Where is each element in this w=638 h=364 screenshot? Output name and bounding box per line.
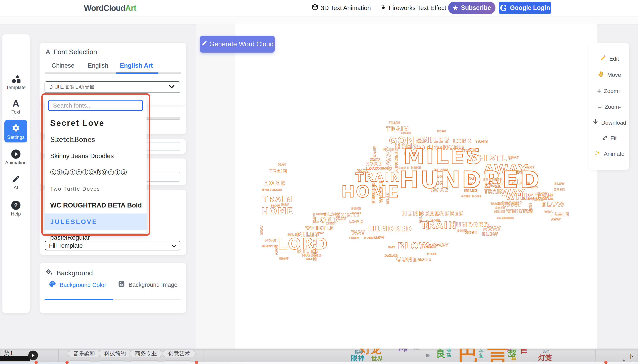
cloud-word: GONE bbox=[461, 195, 470, 198]
cloud-word: AWAY bbox=[508, 156, 519, 159]
style-pill-creative[interactable]: 创意艺术 bbox=[163, 350, 196, 358]
cloud-word: HUNDRED bbox=[371, 182, 375, 204]
shapes-icon bbox=[2, 74, 30, 84]
paint-bucket-icon bbox=[46, 268, 53, 277]
google-login-button[interactable]: G Google Login bbox=[499, 2, 551, 14]
cloud-word: TRAIN bbox=[475, 140, 488, 144]
sidebar-item-settings[interactable]: Settings bbox=[5, 120, 27, 142]
play-icon bbox=[32, 353, 35, 358]
cloud-word: HOME bbox=[265, 239, 277, 242]
nav-fireworks-text-effect[interactable]: Fireworks Text Effect bbox=[380, 0, 446, 16]
cloud-word: HUNDRED bbox=[394, 148, 398, 172]
cloud-word: TRAIN bbox=[312, 213, 315, 224]
cloud-word: HUNDRED bbox=[497, 217, 514, 220]
cloud-word: HUNDRED bbox=[368, 225, 412, 232]
sidebar-label: Settings bbox=[5, 134, 27, 140]
cloud-word: WAY bbox=[279, 257, 289, 260]
font-option-secret-love[interactable]: Secret Love bbox=[45, 115, 147, 131]
cloud-word: HOME bbox=[263, 180, 285, 186]
style-pill-music[interactable]: 音乐柔和 bbox=[68, 350, 101, 358]
cloud-word: TRAIN bbox=[484, 189, 504, 194]
fit-button[interactable]: Fit bbox=[602, 135, 616, 142]
app-header: WordCloudArt 3D Text Animation Fireworks… bbox=[0, 0, 638, 16]
cloud-word: HOME bbox=[443, 144, 465, 150]
sidebar-label: Animation bbox=[2, 160, 30, 166]
zoom-in-button[interactable]: + Zoom+ bbox=[597, 87, 621, 95]
sidebar-item-animation[interactable]: Animation bbox=[2, 150, 30, 166]
cloud-word: WAY bbox=[370, 158, 380, 162]
cube-icon bbox=[312, 4, 318, 12]
cloud-word: BLOW bbox=[537, 192, 548, 195]
hand-icon bbox=[598, 71, 604, 79]
cloud-word: HUNDRED bbox=[430, 211, 464, 216]
animate-button[interactable]: Animate bbox=[594, 150, 624, 158]
cloud-word: HOME bbox=[261, 207, 294, 216]
cloud-word: MILES bbox=[387, 193, 390, 204]
font-search-input[interactable] bbox=[48, 100, 143, 111]
cloud-word: WHISTLE bbox=[305, 226, 334, 231]
logo-text-art: Art bbox=[125, 4, 136, 12]
download-button[interactable]: Download bbox=[592, 119, 626, 127]
bg-cloud-word: 风尘 bbox=[542, 350, 550, 353]
cloud-word: GONE bbox=[396, 256, 417, 262]
nav-3d-text-animation[interactable]: 3D Text Animation bbox=[312, 0, 371, 16]
pencil-icon bbox=[600, 54, 606, 63]
font-selection-card: A Font Selection Chinese English English… bbox=[40, 43, 186, 105]
generate-label: Generate Word Cloud bbox=[209, 40, 274, 48]
sparkles-icon bbox=[594, 150, 601, 158]
font-select-box[interactable]: JULESLOVE bbox=[45, 81, 180, 93]
edit-button[interactable]: Edit bbox=[600, 54, 619, 63]
marker-dot bbox=[604, 361, 607, 364]
flame-icon bbox=[380, 4, 386, 12]
cloud-word: WAY bbox=[351, 230, 365, 235]
bg-tab-label: Background Image bbox=[129, 281, 177, 288]
zoom-out-button[interactable]: − Zoom- bbox=[598, 103, 621, 111]
move-button[interactable]: Move bbox=[598, 71, 621, 79]
left-sidebar: Template A Text Settings Animation AI ? … bbox=[2, 34, 30, 313]
minus-icon: − bbox=[598, 103, 602, 111]
font-option-wc-roughtrad[interactable]: WC ROUGHTRAD BETA Bold bbox=[45, 197, 147, 214]
tab-chinese[interactable]: Chinese bbox=[52, 62, 75, 69]
cloud-word: TRAIN bbox=[355, 171, 401, 184]
cloud-word: BLOW bbox=[542, 201, 565, 208]
subscribe-button[interactable]: ★ Subscribe bbox=[448, 2, 495, 14]
cloud-word: TRAIN bbox=[269, 169, 287, 174]
nav-label: Fireworks Text Effect bbox=[389, 4, 446, 12]
cloud-word: HOME bbox=[524, 209, 533, 212]
font-option-sketchbones[interactable]: SketchBones bbox=[45, 131, 147, 148]
play-button[interactable] bbox=[28, 350, 38, 360]
font-option-skinny-jeans[interactable]: Skinny Jeans Doodles bbox=[45, 148, 147, 164]
tab-background-color[interactable]: Background Color bbox=[43, 280, 112, 290]
sidebar-item-template[interactable]: Template bbox=[2, 74, 30, 90]
style-pill-business[interactable]: 商务专业 bbox=[130, 350, 162, 358]
font-option-two-turtle-doves[interactable]: Two Turtle Doves bbox=[45, 180, 147, 197]
sidebar-item-help[interactable]: ? Help bbox=[2, 201, 30, 217]
cloud-word: MILES bbox=[422, 136, 450, 144]
sidebar-label: Template bbox=[2, 85, 30, 90]
cloud-word: WHISTLE bbox=[262, 188, 275, 191]
bg-cloud-word: 良 bbox=[436, 348, 446, 358]
sidebar-item-ai[interactable]: AI bbox=[2, 175, 30, 190]
font-option-pastelregular[interactable]: pastelRegular bbox=[45, 230, 147, 245]
sidebar-label: Text bbox=[2, 109, 30, 115]
generate-wordcloud-button[interactable]: Generate Word Cloud bbox=[200, 36, 275, 52]
app-logo[interactable]: WordCloudArt bbox=[84, 4, 136, 13]
style-pill-tech[interactable]: 科技简约 bbox=[99, 350, 132, 358]
bg-cloud-word: 风尘 bbox=[414, 348, 420, 350]
cloud-word: HUNDRED bbox=[364, 236, 380, 239]
marker-dot bbox=[35, 361, 38, 364]
cloud-word: WAY bbox=[278, 163, 286, 166]
cloud-word: BLOW bbox=[554, 182, 564, 185]
question-icon: ? bbox=[11, 201, 21, 210]
tab-english[interactable]: English bbox=[88, 62, 108, 69]
font-option-juleslove[interactable]: JULESLOVE bbox=[45, 214, 147, 230]
cloud-word: TRAIN bbox=[490, 202, 501, 205]
tab-background-image[interactable]: Background Image bbox=[114, 280, 182, 289]
tab-english-art[interactable]: English Art bbox=[120, 62, 153, 69]
background-card: Background Background Color Background I… bbox=[40, 263, 186, 313]
bg-cloud-word: 步伐 bbox=[446, 348, 451, 358]
font-option-smartiepants[interactable]: ⓢⓜⓐⓡⓣⓘⓔⓟⓐⓝⓣⓢ bbox=[45, 164, 147, 180]
bg-cloud-word: 灯龙 bbox=[360, 348, 381, 354]
sidebar-item-text[interactable]: A Text bbox=[2, 99, 30, 115]
cloud-word: GONE bbox=[495, 207, 505, 210]
